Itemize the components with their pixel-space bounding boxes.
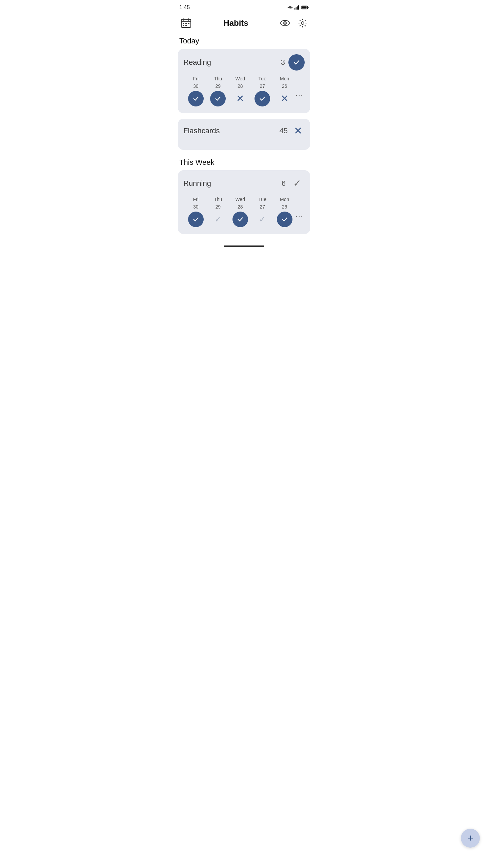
- svg-rect-1: [296, 7, 297, 9]
- habit-card-reading: Reading 3 Fri 30: [178, 49, 310, 113]
- svg-rect-2: [297, 6, 298, 10]
- more-dots[interactable]: ···: [296, 91, 303, 103]
- nav-indicator: [224, 245, 264, 247]
- top-bar-actions: [279, 17, 309, 29]
- day-col: Wed 28 ✕: [229, 76, 251, 106]
- day-num: 29: [215, 83, 221, 89]
- today-check-plain-running[interactable]: ✓: [289, 176, 305, 191]
- day-num: 26: [282, 204, 287, 210]
- x-icon: ✕: [294, 126, 302, 136]
- day-col: Thu 29: [207, 76, 229, 106]
- day-x-wed[interactable]: ✕: [232, 91, 248, 106]
- day-name: Fri: [193, 76, 199, 81]
- habit-header-running: Running 6 ✓: [183, 176, 305, 191]
- section-today: Today Reading 3 Fri 30: [174, 34, 314, 150]
- habit-header-flashcards: Flashcards 45 ✕: [183, 124, 305, 138]
- svg-rect-8: [181, 21, 191, 22]
- day-check-fri-running[interactable]: [188, 212, 204, 227]
- day-col: Tue 27: [251, 76, 273, 106]
- x-icon: ✕: [281, 94, 288, 103]
- top-bar: Habits: [174, 14, 314, 34]
- x-icon: ✕: [236, 94, 244, 103]
- more-dots-running[interactable]: ···: [296, 212, 303, 224]
- settings-button[interactable]: [297, 17, 309, 29]
- battery-icon: [301, 5, 309, 9]
- habit-name-flashcards: Flashcards: [183, 126, 220, 135]
- day-col: Wed 28: [229, 197, 251, 227]
- day-name: Mon: [280, 197, 289, 202]
- habit-right-flashcards: 45 ✕: [280, 124, 305, 138]
- day-num: 29: [215, 204, 221, 210]
- day-num: 30: [193, 204, 199, 210]
- day-name: Mon: [280, 76, 289, 81]
- svg-point-19: [301, 22, 304, 24]
- day-col: Fri 30: [185, 197, 207, 227]
- days-row-reading: Fri 30 Thu 29 Wed 28: [183, 76, 305, 106]
- day-name: Wed: [235, 76, 245, 81]
- svg-rect-14: [183, 25, 184, 26]
- day-check-plain-thu[interactable]: ✓: [210, 212, 226, 227]
- svg-rect-3: [298, 5, 299, 10]
- habit-name-running: Running: [183, 179, 211, 188]
- check-plain-icon: ✓: [259, 215, 266, 223]
- svg-rect-0: [294, 8, 295, 10]
- svg-rect-9: [183, 18, 184, 21]
- status-bar: 1:45: [174, 0, 314, 14]
- day-check-wed-running[interactable]: [232, 212, 248, 227]
- svg-point-18: [284, 22, 286, 24]
- day-check-mon-running[interactable]: [277, 212, 292, 227]
- signal-icon: [294, 5, 300, 10]
- today-check-reading[interactable]: [288, 54, 305, 71]
- svg-rect-11: [183, 23, 184, 24]
- day-col: Tue 27 ✓: [251, 197, 273, 227]
- svg-rect-10: [188, 18, 189, 21]
- day-name: Tue: [258, 197, 266, 202]
- day-name: Thu: [214, 76, 222, 81]
- days-row-running: Fri 30 Thu 29 ✓ Wed 28: [183, 197, 305, 227]
- eye-button[interactable]: [279, 18, 291, 28]
- habit-right-running: 6 ✓: [282, 176, 305, 191]
- bottom-bar: [174, 239, 314, 253]
- habit-header-reading: Reading 3: [183, 54, 305, 71]
- section-today-label: Today: [174, 34, 314, 49]
- check-plain-icon: ✓: [293, 179, 301, 188]
- day-num: 27: [260, 204, 265, 210]
- day-col: Mon 26 ✕: [273, 76, 296, 106]
- svg-rect-6: [302, 6, 306, 9]
- calendar-button[interactable]: [179, 16, 193, 30]
- day-col: Fri 30: [185, 76, 207, 106]
- check-plain-icon: ✓: [215, 215, 221, 223]
- day-x-mon[interactable]: ✕: [277, 91, 292, 106]
- day-name: Tue: [258, 76, 266, 81]
- day-num: 26: [282, 83, 287, 89]
- day-name: Fri: [193, 197, 199, 202]
- day-col: Mon 26: [273, 197, 296, 227]
- day-col: Thu 29 ✓: [207, 197, 229, 227]
- habit-count-reading: 3: [281, 58, 285, 67]
- habit-card-flashcards: Flashcards 45 ✕: [178, 119, 310, 150]
- day-num: 28: [238, 83, 243, 89]
- page-title: Habits: [223, 18, 248, 28]
- day-num: 27: [260, 83, 265, 89]
- calendar-icon: [181, 18, 191, 28]
- today-x-flashcards[interactable]: ✕: [291, 124, 305, 138]
- habit-card-running: Running 6 ✓ Fri 30 Thu 29: [178, 170, 310, 234]
- svg-rect-15: [185, 25, 187, 26]
- section-this-week-label: This Week: [174, 155, 314, 170]
- day-check-plain-tue[interactable]: ✓: [255, 212, 270, 227]
- wifi-icon: [287, 5, 293, 10]
- status-icons: [287, 5, 309, 10]
- habit-name-reading: Reading: [183, 58, 211, 67]
- day-num: 28: [238, 204, 243, 210]
- day-name: Thu: [214, 197, 222, 202]
- day-check-tue[interactable]: [255, 91, 270, 106]
- eye-icon: [280, 19, 290, 27]
- status-time: 1:45: [179, 4, 190, 11]
- habit-count-flashcards: 45: [280, 126, 288, 135]
- day-check-thu[interactable]: [210, 91, 226, 106]
- day-check-fri[interactable]: [188, 91, 204, 106]
- settings-icon: [298, 18, 307, 28]
- svg-rect-13: [188, 23, 189, 24]
- habit-right-reading: 3: [281, 54, 305, 71]
- day-num: 30: [193, 83, 199, 89]
